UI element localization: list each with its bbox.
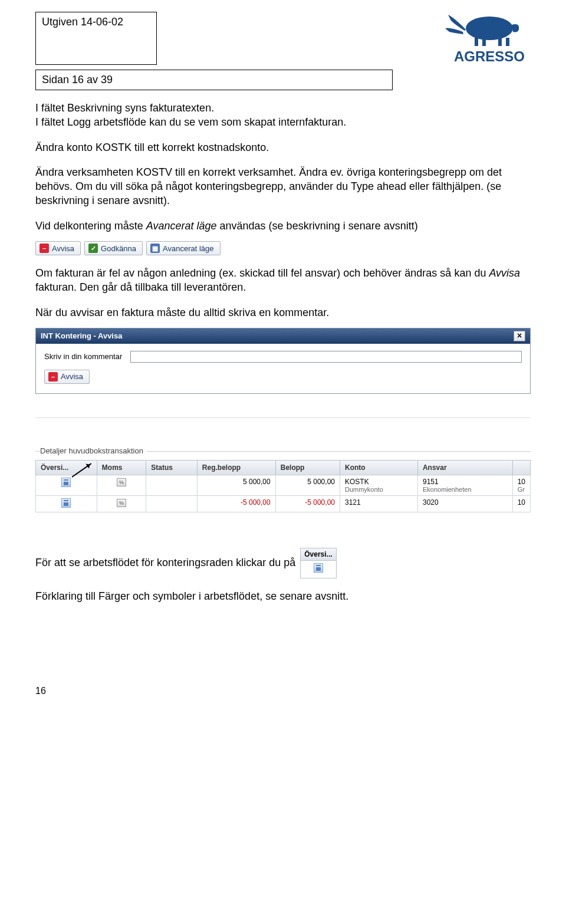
para-3: Ändra verksamheten KOSTV till en korrekt…: [35, 165, 531, 208]
col-status[interactable]: Status: [146, 460, 198, 475]
advanced-button[interactable]: ▦ Avancerat läge: [146, 241, 221, 255]
workflow-icon[interactable]: [314, 563, 323, 573]
cell-trail: 10Gr: [512, 475, 530, 495]
table-header-row: Översi... Moms Status Reg.belopp Belopp …: [36, 460, 531, 475]
page-info-box: Sidan 16 av 39: [35, 70, 393, 90]
dialog-reject-button[interactable]: – Avvisa: [44, 370, 90, 384]
col-ansvar[interactable]: Ansvar: [417, 460, 512, 475]
page-info: Sidan 16 av 39: [42, 74, 113, 86]
col-regbelopp[interactable]: Reg.belopp: [197, 460, 275, 475]
cell-status: [146, 475, 198, 495]
para-7-row: För att se arbetsflödet för konteringsra…: [35, 548, 531, 578]
transactions-table: Översi... Moms Status Reg.belopp Belopp …: [35, 460, 531, 512]
dialog-titlebar: INT Kontering - Avvisa ×: [36, 328, 530, 344]
divider: [35, 417, 531, 418]
cell-ansvar: 9151Ekonomienheten: [417, 475, 512, 495]
reject-icon: –: [48, 372, 58, 382]
cell-regbelopp: 5 000,00: [197, 475, 275, 495]
approve-button[interactable]: ✓ Godkänna: [84, 241, 143, 255]
footer-page-number: 16: [35, 686, 531, 696]
moms-icon[interactable]: %: [117, 499, 126, 507]
mini-header: Översi...: [301, 548, 335, 561]
table-row[interactable]: %5 000,005 000,00KOSTKDummykonto9151Ekon…: [36, 475, 531, 495]
col-trail: [512, 460, 530, 475]
svg-point-0: [466, 17, 513, 40]
moms-icon[interactable]: %: [117, 478, 126, 486]
dialog-title-text: INT Kontering - Avvisa: [41, 331, 122, 340]
para-5: Om fakturan är fel av någon anledning (e…: [35, 266, 531, 295]
reject-icon: –: [40, 244, 49, 253]
para-6: När du avvisar en faktura måste du allti…: [35, 305, 531, 320]
issued-text: Utgiven 14-06-02: [42, 16, 123, 28]
approve-icon: ✓: [88, 244, 98, 253]
logo: AGRESSO: [419, 12, 531, 66]
cell-trail: 10: [512, 495, 530, 512]
svg-rect-3: [498, 38, 502, 46]
cell-belopp: -5 000,00: [275, 495, 340, 512]
close-icon[interactable]: ×: [514, 331, 525, 341]
action-buttons-screenshot: – Avvisa ✓ Godkänna ▦ Avancerat läge: [35, 241, 531, 255]
col-belopp[interactable]: Belopp: [275, 460, 340, 475]
details-legend: Detaljer huvudbokstransaktion: [40, 446, 147, 455]
oversikt-mini-screenshot: Översi...: [300, 548, 336, 578]
cell-status: [146, 495, 198, 512]
para-2: Ändra konto KOSTK till ett korrekt kostn…: [35, 140, 531, 154]
details-section: Detaljer huvudbokstransaktion Översi... …: [35, 451, 531, 512]
table-row[interactable]: %-5 000,00-5 000,003121302010: [36, 495, 531, 512]
workflow-icon[interactable]: [61, 478, 71, 487]
svg-rect-2: [482, 38, 486, 46]
cell-konto: KOSTKDummykonto: [340, 475, 417, 495]
para-4: Vid delkontering måste Avancerat läge an…: [35, 219, 531, 233]
cell-ansvar: 3020: [417, 495, 512, 512]
issued-box: Utgiven 14-06-02: [35, 12, 157, 65]
comment-input[interactable]: [130, 351, 522, 363]
col-moms[interactable]: Moms: [97, 460, 146, 475]
grid-icon: ▦: [150, 244, 160, 253]
cell-regbelopp: -5 000,00: [197, 495, 275, 512]
cell-konto: 3121: [340, 495, 417, 512]
para-1: I fältet Beskrivning syns fakturatexten.…: [35, 101, 531, 130]
para-8: Förklaring till Färger och symboler i ar…: [35, 589, 531, 603]
reject-button[interactable]: – Avvisa: [35, 241, 81, 255]
svg-rect-4: [506, 38, 509, 46]
workflow-icon[interactable]: [61, 498, 71, 508]
comment-label: Skriv in din kommentar: [44, 352, 122, 361]
reject-dialog-screenshot: INT Kontering - Avvisa × Skriv in din ko…: [35, 328, 531, 394]
cell-belopp: 5 000,00: [275, 475, 340, 495]
svg-rect-1: [475, 38, 478, 46]
para-7: För att se arbetsflödet för konteringsra…: [35, 557, 295, 569]
col-konto[interactable]: Konto: [340, 460, 417, 475]
logo-text: AGRESSO: [454, 48, 525, 64]
